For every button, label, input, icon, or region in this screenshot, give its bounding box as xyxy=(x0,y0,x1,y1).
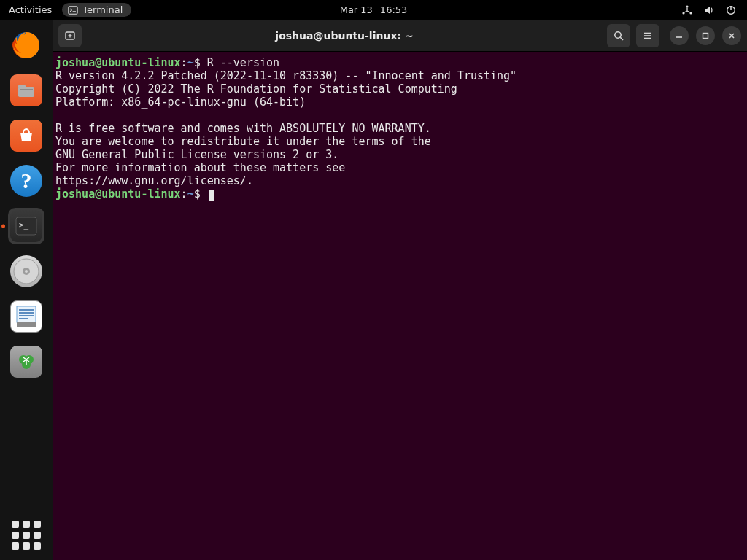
prompt-user: joshua@ubuntu-linux xyxy=(55,56,181,69)
window-title: joshua@ubuntu-linux: ~ xyxy=(88,30,601,42)
dock-app-disk[interactable] xyxy=(8,253,44,289)
prompt-dollar: $ xyxy=(194,56,201,69)
cursor xyxy=(209,190,214,201)
dock-app-trash[interactable] xyxy=(8,343,44,380)
search-button[interactable] xyxy=(607,24,630,47)
maximize-button[interactable] xyxy=(696,26,715,45)
terminal-window: joshua@ubuntu-linux: ~ joshua@ubuntu-lin… xyxy=(53,20,747,560)
power-icon[interactable] xyxy=(725,4,737,16)
new-tab-button[interactable] xyxy=(58,24,82,47)
svg-rect-15 xyxy=(17,306,36,322)
dock-app-terminal[interactable]: >_ xyxy=(8,208,44,244)
minimize-icon xyxy=(675,31,684,40)
search-icon xyxy=(613,30,624,42)
text-editor-icon xyxy=(10,300,42,332)
network-icon[interactable] xyxy=(681,4,693,16)
svg-text:>_: >_ xyxy=(19,220,29,230)
clock-time: 16:53 xyxy=(380,4,407,15)
terminal-icon xyxy=(68,5,78,15)
prompt-sep: : xyxy=(181,187,187,201)
dock-app-software[interactable] xyxy=(8,117,44,154)
dock-app-firefox[interactable] xyxy=(8,27,44,63)
terminal-app-icon: >_ xyxy=(10,210,42,242)
app-menu-label: Terminal xyxy=(82,4,123,15)
dock-app-text-editor[interactable] xyxy=(8,298,44,335)
svg-rect-20 xyxy=(17,322,36,327)
close-button[interactable] xyxy=(722,26,741,45)
software-store-icon xyxy=(10,120,42,152)
dock-app-files[interactable] xyxy=(8,72,44,109)
svg-point-14 xyxy=(25,270,28,273)
new-tab-icon xyxy=(64,30,76,42)
svg-rect-0 xyxy=(69,6,77,14)
help-icon: ? xyxy=(10,165,42,197)
activities-button[interactable]: Activities xyxy=(9,4,52,15)
prompt-path: ~ xyxy=(187,56,194,69)
svg-rect-7 xyxy=(18,87,34,97)
command-output: R version 4.2.2 Patched (2022-11-10 r833… xyxy=(55,69,516,187)
close-icon xyxy=(727,31,736,40)
disk-icon xyxy=(10,255,42,287)
volume-icon[interactable] xyxy=(703,4,715,16)
menu-button[interactable] xyxy=(636,24,659,47)
trash-icon xyxy=(10,346,42,378)
svg-point-27 xyxy=(615,31,621,37)
dock-app-help[interactable]: ? xyxy=(8,163,44,199)
entered-command: R --version xyxy=(207,56,279,69)
svg-rect-9 xyxy=(20,89,33,90)
app-menu-terminal[interactable]: Terminal xyxy=(62,3,131,17)
firefox-icon xyxy=(10,29,42,61)
svg-rect-33 xyxy=(703,33,708,38)
clock-date: Mar 13 xyxy=(340,4,373,15)
prompt-sep: : xyxy=(181,56,187,69)
prompt-user: joshua@ubuntu-linux xyxy=(55,187,181,201)
svg-line-28 xyxy=(620,37,623,40)
terminal-body[interactable]: joshua@ubuntu-linux:~$ R --version R ver… xyxy=(53,52,747,560)
minimize-button[interactable] xyxy=(670,26,689,45)
prompt-path: ~ xyxy=(187,187,194,201)
svg-point-1 xyxy=(686,5,688,7)
dock: ? >_ xyxy=(0,20,53,560)
gnome-top-bar: Activities Terminal Mar 13 16:53 xyxy=(0,0,747,20)
show-applications-button[interactable] xyxy=(12,521,41,550)
maximize-icon xyxy=(701,31,710,40)
terminal-titlebar: joshua@ubuntu-linux: ~ xyxy=(53,20,747,52)
svg-rect-8 xyxy=(18,85,26,88)
hamburger-icon xyxy=(642,30,654,42)
files-icon xyxy=(10,74,42,106)
prompt-dollar: $ xyxy=(194,187,201,201)
clock[interactable]: Mar 13 16:53 xyxy=(340,4,408,15)
